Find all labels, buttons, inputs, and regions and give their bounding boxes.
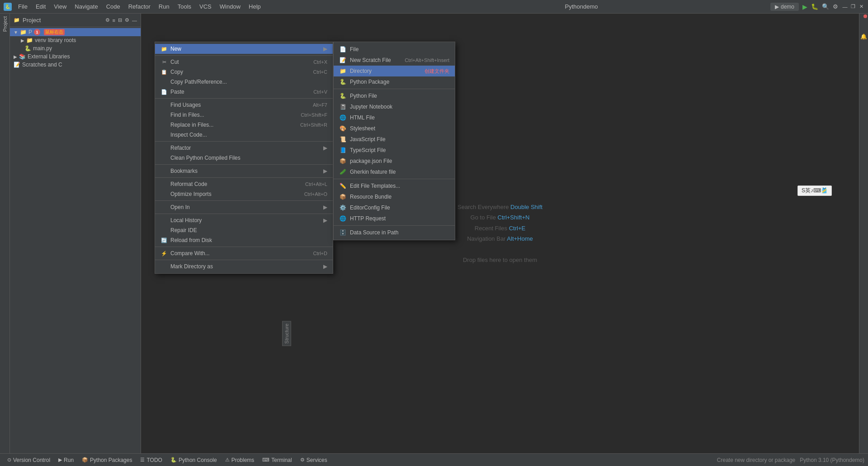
sub-stylesheet[interactable]: 🎨 Stylesheet [334, 123, 455, 134]
submenu-new: 📄 File 📝 New Scratch File Ctrl+Alt+Shift… [333, 42, 455, 240]
sidebar-settings-icon[interactable]: ⚙ [125, 17, 129, 23]
ctx-optimize-imports[interactable]: Optimize Imports Ctrl+Alt+O [155, 189, 333, 199]
sub-python-package[interactable]: 🐍 Python Package [334, 76, 455, 87]
menu-code[interactable]: Code [103, 2, 124, 11]
search-everywhere-icon[interactable]: 🔍 [822, 3, 829, 10]
menu-view[interactable]: View [50, 2, 70, 11]
problems-icon: ⚠ [225, 457, 230, 463]
python-version-status: Python 3.10 (Pythondemo) [800, 457, 864, 463]
python-packages-button[interactable]: 📦 Python Packages [78, 456, 136, 464]
ime-bar: S英♪⌨🎽 [797, 185, 832, 196]
ctx-sep-1 [155, 55, 333, 56]
ts-icon: 📘 [339, 147, 346, 154]
ctx-reformat[interactable]: Reformat Code Ctrl+Alt+L [155, 179, 333, 189]
ctx-compare[interactable]: ⚡ Compare With... Ctrl+D [155, 248, 333, 258]
services-button[interactable]: ⚙ Services [297, 456, 331, 464]
settings-icon[interactable]: ⚙ [833, 3, 838, 10]
sub-http-request[interactable]: 🌐 HTTP Request [334, 213, 455, 224]
menu-file[interactable]: File [14, 2, 31, 11]
version-control-button[interactable]: ⊙ Version Control [4, 456, 54, 464]
sub-jupyter[interactable]: 📓 Jupyter Notebook [334, 101, 455, 112]
sub-edit-templates[interactable]: ✏️ Edit File Templates... [334, 181, 455, 191]
menu-window[interactable]: Window [216, 2, 244, 11]
ctx-cut[interactable]: ✂ Cut Ctrl+X [155, 57, 333, 67]
sub-scratch-file[interactable]: 📝 New Scratch File Ctrl+Alt+Shift+Insert [334, 55, 455, 66]
services-icon: ⚙ [300, 457, 305, 463]
todo-button[interactable]: ☰ TODO [137, 456, 165, 464]
minimize-button[interactable]: — [842, 4, 848, 10]
sidebar-close-icon[interactable]: — [132, 18, 137, 23]
ctx-repair-ide[interactable]: Repair IDE [155, 225, 333, 235]
ctx-copy-path[interactable]: Copy Path/Reference... [155, 77, 333, 87]
structure-tab[interactable]: Structure [282, 321, 291, 346]
ctx-reload[interactable]: 🔄 Reload from Disk [155, 235, 333, 245]
menu-vcs[interactable]: VCS [196, 2, 215, 11]
menu-navigate[interactable]: Navigate [71, 2, 101, 11]
sub-gherkin[interactable]: 🥒 Gherkin feature file [334, 166, 455, 177]
tree-item-main[interactable]: 🐍 main.py [10, 44, 141, 52]
ctx-find-usages[interactable]: Find Usages Alt+F7 [155, 100, 333, 110]
maximize-button[interactable]: ❐ [850, 4, 856, 10]
ctx-inspect[interactable]: Inspect Code... [155, 130, 333, 140]
ctx-copy[interactable]: 📋 Copy Ctrl+C [155, 67, 333, 77]
ctx-replace-files[interactable]: Replace in Files... Ctrl+Shift+R [155, 120, 333, 130]
sidebar-options-icon[interactable]: ⚙ [105, 17, 110, 23]
hint-nav-bar: Navigation Bar Alt+Home [458, 233, 542, 244]
menu-help[interactable]: Help [245, 2, 264, 11]
sub-sep-1 [334, 89, 455, 89]
menu-edit[interactable]: Edit [32, 2, 49, 11]
sub-javascript[interactable]: 📜 JavaScript File [334, 134, 455, 145]
sub-directory[interactable]: 📁 Directory 创建文件夹 [334, 66, 455, 76]
python-file-icon: 🐍 [339, 92, 346, 100]
ctx-sep-3 [155, 141, 333, 142]
tree-item-external[interactable]: ▶ 📚 External Libraries [10, 52, 141, 61]
sidebar-title: Project [23, 17, 103, 24]
run-button[interactable]: ▶ [802, 3, 807, 10]
sub-typescript[interactable]: 📘 TypeScript File [334, 145, 455, 156]
reload-icon: 🔄 [160, 238, 168, 243]
content-hints: Search Everywhere Double Shift Go to Fil… [458, 202, 542, 265]
app-title: Pythondemo [392, 3, 770, 10]
run-button-bottom[interactable]: ▶ Run [55, 456, 77, 464]
sub-editorconfig[interactable]: ⚙️ EditorConfig File [334, 202, 455, 213]
project-icon[interactable]: Project [2, 16, 8, 32]
hint-search: Search Everywhere Double Shift [458, 202, 542, 212]
ctx-bookmarks[interactable]: Bookmarks ▶ [155, 166, 333, 176]
terminal-button[interactable]: ⌨ Terminal [259, 456, 295, 464]
sub-html[interactable]: 🌐 HTML File [334, 112, 455, 123]
menu-tools[interactable]: Tools [174, 2, 195, 11]
debug-button[interactable]: 🐛 [811, 3, 818, 10]
jupyter-icon: 📓 [339, 103, 346, 110]
sub-file[interactable]: 📄 File [334, 44, 455, 55]
window-controls: — ❐ ✕ [842, 4, 864, 10]
menu-run[interactable]: Run [155, 2, 173, 11]
sidebar-sort-icon[interactable]: ≡ [113, 18, 115, 23]
ctx-open-in[interactable]: Open In ▶ [155, 202, 333, 212]
sub-python-file[interactable]: 🐍 Python File [334, 90, 455, 101]
ctx-local-history[interactable]: Local History ▶ [155, 215, 333, 225]
close-button[interactable]: ✕ [858, 4, 864, 10]
notifications-icon[interactable]: 🔔 [860, 33, 867, 40]
python-console-button[interactable]: 🐍 Python Console [167, 456, 221, 464]
sidebar-collapse-icon[interactable]: ⊟ [118, 17, 122, 23]
ctx-mark-dir[interactable]: Mark Directory as ▶ [155, 262, 333, 271]
sub-datasource[interactable]: 🗄️ Data Source in Path [334, 227, 455, 238]
problems-button[interactable]: ⚠ Problems [222, 456, 258, 464]
run-config[interactable]: ▶demo [770, 3, 799, 11]
ctx-new[interactable]: 📁 New ▶ [155, 44, 333, 54]
ctx-clean-compiled[interactable]: Clean Python Compiled Files [155, 153, 333, 163]
hint-drop-files: Drop files here to open them [458, 255, 542, 265]
tree-item-scratches[interactable]: 📝 Scratches and C [10, 61, 141, 69]
sub-package-json[interactable]: 📦 package.json File [334, 156, 455, 166]
tree-item-root[interactable]: ▼ 📁 P 1 鼠标右击 [10, 28, 141, 36]
menu-refactor[interactable]: Refactor [125, 2, 154, 11]
ctx-find-files[interactable]: Find in Files... Ctrl+Shift+F [155, 110, 333, 120]
sub-resource-bundle[interactable]: 📦 Resource Bundle [334, 191, 455, 202]
tooltip-label-inline: 鼠标右击 [44, 29, 65, 35]
html-icon: 🌐 [339, 114, 346, 121]
ctx-refactor[interactable]: Refactor ▶ [155, 143, 333, 153]
file-icon: 📄 [339, 46, 346, 53]
ctx-paste[interactable]: 📄 Paste Ctrl+V [155, 87, 333, 97]
cut-icon: ✂ [160, 59, 168, 65]
tree-item-venv[interactable]: ▶ 📁 venv library roots [10, 36, 141, 44]
